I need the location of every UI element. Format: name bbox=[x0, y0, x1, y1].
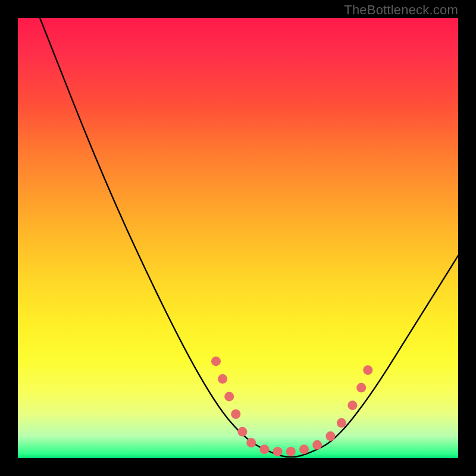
gradient-plot-area bbox=[18, 18, 458, 458]
chart-container: TheBottleneck.com bbox=[0, 0, 476, 476]
watermark-text: TheBottleneck.com bbox=[344, 2, 458, 18]
